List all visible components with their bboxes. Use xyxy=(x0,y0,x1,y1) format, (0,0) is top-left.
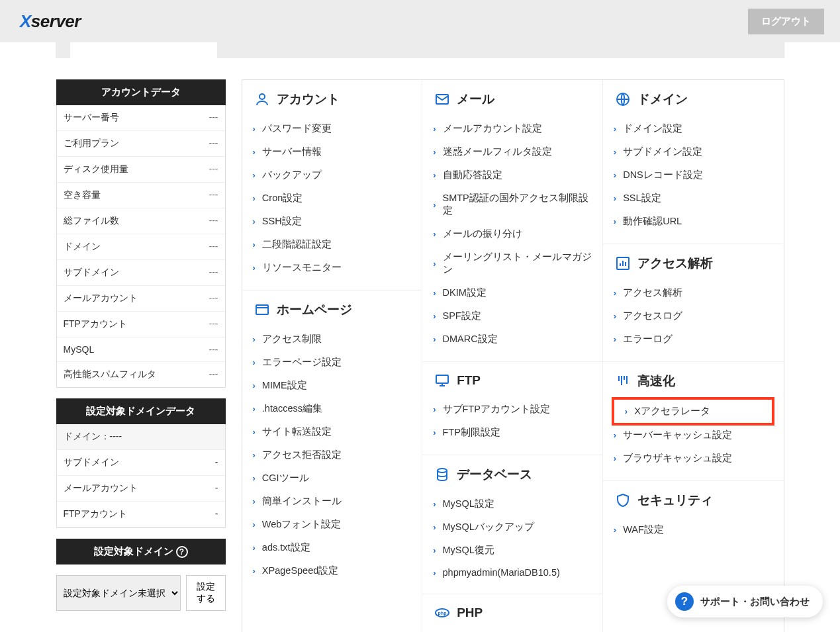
target-domain-select[interactable]: 設定対象ドメイン未選択 xyxy=(56,575,181,611)
chevron-right-icon: › xyxy=(614,288,616,298)
chevron-right-icon: › xyxy=(253,357,256,367)
group-mail: メール›メールアカウント設定›迷惑メールフィルタ設定›自動応答設定›SMTP認証… xyxy=(422,80,602,362)
php-icon: php xyxy=(434,605,450,621)
link-item[interactable]: ›自動応答設定 xyxy=(433,163,592,187)
link-item[interactable]: ›ドメイン設定 xyxy=(614,117,773,140)
chevron-right-icon: › xyxy=(614,124,616,134)
link-item[interactable]: ›リソースモニター xyxy=(253,256,412,279)
link-item[interactable]: ›MySQL設定 xyxy=(433,492,592,516)
link-item[interactable]: ›SSL設定 xyxy=(614,187,773,210)
subheader xyxy=(56,42,784,58)
sidebar-domain-row: サブドメイン- xyxy=(57,450,225,476)
chevron-right-icon: › xyxy=(433,124,436,134)
link-item[interactable]: ›FTP制限設定 xyxy=(433,421,592,444)
chevron-right-icon: › xyxy=(614,430,616,440)
target-domain-set-button[interactable]: 設定する xyxy=(186,575,226,611)
sidebar-domain-row: メールアカウント- xyxy=(57,476,225,502)
link-item[interactable]: ›ブラウザキャッシュ設定 xyxy=(614,447,773,470)
group-header: アクセス解析 xyxy=(603,244,784,281)
group-speed: 高速化›Xアクセラレータ›サーバーキャッシュ設定›ブラウザキャッシュ設定 xyxy=(603,362,784,481)
chevron-right-icon: › xyxy=(253,216,256,226)
chevron-right-icon: › xyxy=(253,496,256,506)
chevron-right-icon: › xyxy=(253,473,256,483)
main-column: アカウント›パスワード変更›サーバー情報›バックアップ›Cron設定›SSH設定… xyxy=(242,80,423,632)
group-header: セキュリティ xyxy=(603,481,784,518)
link-item[interactable]: ›CGIツール xyxy=(253,467,412,490)
group-links: ›MySQL設定›MySQLバックアップ›MySQL復元›phpmyadmin(… xyxy=(422,492,602,594)
chevron-right-icon: › xyxy=(433,170,436,180)
chevron-right-icon: › xyxy=(614,525,616,535)
link-item[interactable]: ›MySQL復元 xyxy=(433,539,592,562)
link-item[interactable]: ›メールアカウント設定 xyxy=(433,117,592,140)
chevron-right-icon: › xyxy=(253,450,256,460)
link-item[interactable]: ›Cron設定 xyxy=(253,187,412,210)
sidebar-row: 空き容量--- xyxy=(57,183,225,208)
link-item[interactable]: ›バックアップ xyxy=(253,163,412,187)
link-item[interactable]: ›動作確認URL xyxy=(614,210,773,233)
chevron-right-icon: › xyxy=(433,259,436,269)
group-links: ›Xアクセラレータ›サーバーキャッシュ設定›ブラウザキャッシュ設定 xyxy=(603,397,784,480)
group-globe: ドメイン›ドメイン設定›サブドメイン設定›DNSレコード設定›SSL設定›動作確… xyxy=(603,80,784,244)
link-item[interactable]: ›サーバーキャッシュ設定 xyxy=(614,424,773,447)
link-item[interactable]: ›WAF設定 xyxy=(614,518,773,541)
logo: Xserver xyxy=(20,11,81,32)
link-item[interactable]: ›SSH設定 xyxy=(253,210,412,233)
link-item[interactable]: ›迷惑メールフィルタ設定 xyxy=(433,140,592,163)
chevron-right-icon: › xyxy=(625,406,628,416)
group-header: 高速化 xyxy=(603,362,784,399)
chevron-right-icon: › xyxy=(433,147,436,157)
chevron-right-icon: › xyxy=(253,519,256,529)
link-item[interactable]: ›SMTP認証の国外アクセス制限設定 xyxy=(433,187,592,222)
sidebar-row: サブドメイン--- xyxy=(57,260,225,286)
chevron-right-icon: › xyxy=(253,404,256,414)
chevron-right-icon: › xyxy=(253,124,256,134)
sidebar-domaindata-table: ドメイン：----サブドメイン-メールアカウント-FTPアカウント- xyxy=(56,424,226,528)
link-item[interactable]: ›MIME設定 xyxy=(253,374,412,397)
chevron-right-icon: › xyxy=(253,381,256,390)
link-item[interactable]: ›アクセス解析 xyxy=(614,281,773,304)
svg-point-4 xyxy=(438,469,447,473)
monitor-icon xyxy=(434,373,450,388)
link-item[interactable]: ›MySQLバックアップ xyxy=(433,516,592,539)
link-item[interactable]: ›DKIM設定 xyxy=(433,281,592,304)
chevron-right-icon: › xyxy=(433,568,436,578)
link-item[interactable]: ›サイト転送設定 xyxy=(253,420,412,443)
link-item[interactable]: ›phpmyadmin(MariaDB10.5) xyxy=(433,562,592,583)
group-header: アカウント xyxy=(242,80,422,117)
link-item[interactable]: ›.htaccess編集 xyxy=(253,397,412,420)
sidebar-row: メールアカウント--- xyxy=(57,286,225,312)
support-button[interactable]: ? サポート・お問い合わせ xyxy=(667,586,823,617)
link-item[interactable]: ›DNSレコード設定 xyxy=(614,163,773,187)
speed-icon xyxy=(615,373,631,389)
svg-rect-3 xyxy=(436,375,448,383)
link-item[interactable]: ›サーバー情報 xyxy=(253,140,412,163)
link-item[interactable]: ›エラーログ xyxy=(614,328,773,351)
link-item[interactable]: ›アクセス制限 xyxy=(253,328,412,351)
link-item[interactable]: ›SPF設定 xyxy=(433,304,592,328)
logout-button[interactable]: ログアウト xyxy=(748,9,824,34)
link-item[interactable]: ›サブドメイン設定 xyxy=(614,140,773,163)
sidebar-target-header: 設定対象ドメイン? xyxy=(56,539,226,564)
link-item[interactable]: ›エラーページ設定 xyxy=(253,351,412,374)
link-item[interactable]: ›ads.txt設定 xyxy=(253,536,412,559)
link-item[interactable]: ›簡単インストール xyxy=(253,490,412,513)
link-item[interactable]: ›二段階認証設定 xyxy=(253,233,412,256)
link-item[interactable]: ›メールの振り分け xyxy=(433,222,592,246)
link-item[interactable]: ›アクセスログ xyxy=(614,304,773,328)
sidebar-row: 高性能スパムフィルタ--- xyxy=(57,362,225,387)
link-item[interactable]: ›アクセス拒否設定 xyxy=(253,443,412,467)
link-item[interactable]: ›Xアクセラレータ xyxy=(612,397,775,426)
chevron-right-icon: › xyxy=(253,334,256,344)
link-item[interactable]: ›メーリングリスト・メールマガジン xyxy=(433,246,592,281)
link-item[interactable]: ›DMARC設定 xyxy=(433,328,592,351)
link-item[interactable]: ›パスワード変更 xyxy=(253,117,412,140)
sidebar-row: ご利用プラン--- xyxy=(57,131,225,157)
sidebar-domaindata-header: 設定対象ドメインデータ xyxy=(56,398,226,424)
link-item[interactable]: ›Webフォント設定 xyxy=(253,513,412,536)
help-icon[interactable]: ? xyxy=(176,546,188,558)
question-icon: ? xyxy=(675,592,694,611)
chevron-right-icon: › xyxy=(433,499,436,509)
chevron-right-icon: › xyxy=(253,263,256,273)
link-item[interactable]: ›サブFTPアカウント設定 xyxy=(433,398,592,421)
link-item[interactable]: ›XPageSpeed設定 xyxy=(253,559,412,582)
